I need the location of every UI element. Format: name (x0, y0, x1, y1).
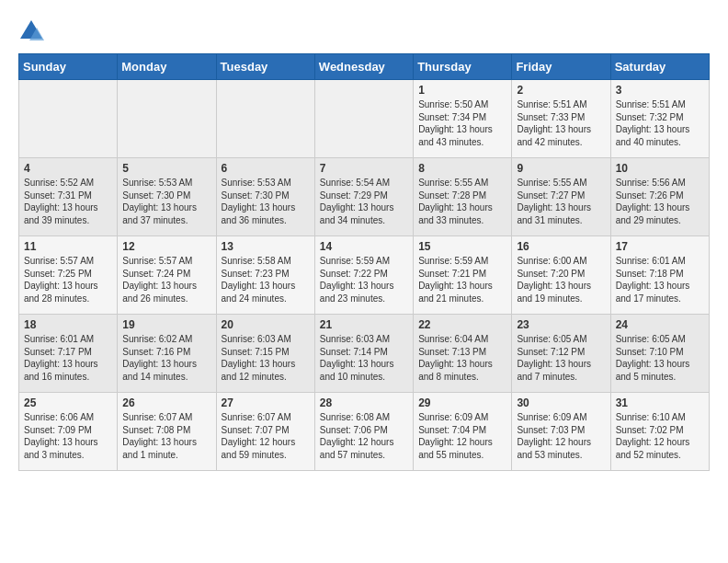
cell-content: Sunrise: 5:56 AM Sunset: 7:26 PM Dayligh… (616, 177, 704, 226)
logo-icon (18, 18, 44, 44)
weekday-header-monday: Monday (118, 54, 216, 80)
cell-content: Sunrise: 6:04 AM Sunset: 7:13 PM Dayligh… (418, 333, 506, 383)
day-number: 30 (517, 396, 605, 409)
day-number: 5 (122, 162, 210, 175)
cell-content: Sunrise: 5:58 AM Sunset: 7:23 PM Dayligh… (222, 255, 310, 304)
calendar-cell: 9Sunrise: 5:55 AM Sunset: 7:27 PM Daylig… (512, 158, 610, 236)
cell-content: Sunrise: 5:53 AM Sunset: 7:30 PM Dayligh… (122, 177, 210, 226)
calendar-cell: 7Sunrise: 5:54 AM Sunset: 7:29 PM Daylig… (314, 158, 413, 236)
calendar-cell: 12Sunrise: 5:57 AM Sunset: 7:24 PM Dayli… (118, 236, 216, 315)
cell-content: Sunrise: 5:50 AM Sunset: 7:34 PM Dayligh… (418, 98, 506, 148)
cell-content: Sunrise: 6:03 AM Sunset: 7:14 PM Dayligh… (320, 333, 408, 383)
calendar-cell: 8Sunrise: 5:55 AM Sunset: 7:28 PM Daylig… (414, 158, 512, 236)
calendar-cell: 14Sunrise: 5:59 AM Sunset: 7:22 PM Dayli… (314, 236, 413, 315)
calendar-cell: 21Sunrise: 6:03 AM Sunset: 7:14 PM Dayli… (314, 315, 413, 393)
calendar-body: 1Sunrise: 5:50 AM Sunset: 7:34 PM Daylig… (19, 80, 710, 471)
calendar-cell: 28Sunrise: 6:08 AM Sunset: 7:06 PM Dayli… (314, 393, 413, 471)
cell-content: Sunrise: 6:01 AM Sunset: 7:18 PM Dayligh… (616, 255, 704, 304)
day-number: 4 (24, 162, 112, 175)
calendar-cell (19, 80, 118, 158)
day-number: 8 (418, 162, 506, 175)
calendar-cell: 18Sunrise: 6:01 AM Sunset: 7:17 PM Dayli… (19, 315, 118, 393)
day-number: 24 (616, 318, 704, 331)
calendar-cell: 6Sunrise: 5:53 AM Sunset: 7:30 PM Daylig… (216, 158, 314, 236)
weekday-header-sunday: Sunday (19, 54, 118, 80)
cell-content: Sunrise: 6:07 AM Sunset: 7:08 PM Dayligh… (122, 411, 210, 461)
calendar-cell: 15Sunrise: 5:59 AM Sunset: 7:21 PM Dayli… (414, 236, 512, 315)
calendar-week-row: 11Sunrise: 5:57 AM Sunset: 7:25 PM Dayli… (19, 236, 710, 315)
cell-content: Sunrise: 6:09 AM Sunset: 7:03 PM Dayligh… (517, 411, 605, 461)
calendar-cell: 27Sunrise: 6:07 AM Sunset: 7:07 PM Dayli… (216, 393, 314, 471)
calendar-cell: 2Sunrise: 5:51 AM Sunset: 7:33 PM Daylig… (512, 80, 610, 158)
day-number: 9 (517, 162, 605, 175)
calendar-header: SundayMondayTuesdayWednesdayThursdayFrid… (19, 54, 710, 80)
cell-content: Sunrise: 5:57 AM Sunset: 7:25 PM Dayligh… (24, 255, 112, 304)
cell-content: Sunrise: 5:59 AM Sunset: 7:21 PM Dayligh… (418, 255, 506, 304)
calendar-cell: 17Sunrise: 6:01 AM Sunset: 7:18 PM Dayli… (610, 236, 709, 315)
day-number: 11 (24, 240, 112, 253)
cell-content: Sunrise: 5:51 AM Sunset: 7:32 PM Dayligh… (616, 98, 704, 148)
calendar-cell: 29Sunrise: 6:09 AM Sunset: 7:04 PM Dayli… (414, 393, 512, 471)
calendar-week-row: 4Sunrise: 5:52 AM Sunset: 7:31 PM Daylig… (19, 158, 710, 236)
calendar-table: SundayMondayTuesdayWednesdayThursdayFrid… (18, 53, 710, 471)
calendar-week-row: 18Sunrise: 6:01 AM Sunset: 7:17 PM Dayli… (19, 315, 710, 393)
calendar-cell: 4Sunrise: 5:52 AM Sunset: 7:31 PM Daylig… (19, 158, 118, 236)
cell-content: Sunrise: 5:59 AM Sunset: 7:22 PM Dayligh… (320, 255, 408, 304)
calendar-cell (314, 80, 413, 158)
day-number: 20 (222, 318, 310, 331)
header (18, 18, 710, 44)
logo (18, 18, 48, 44)
cell-content: Sunrise: 5:54 AM Sunset: 7:29 PM Dayligh… (320, 177, 408, 226)
day-number: 22 (418, 318, 506, 331)
day-number: 2 (517, 84, 605, 97)
calendar-cell: 30Sunrise: 6:09 AM Sunset: 7:03 PM Dayli… (512, 393, 610, 471)
cell-content: Sunrise: 5:55 AM Sunset: 7:28 PM Dayligh… (418, 177, 506, 226)
day-number: 21 (320, 318, 408, 331)
day-number: 13 (222, 240, 310, 253)
calendar-cell: 13Sunrise: 5:58 AM Sunset: 7:23 PM Dayli… (216, 236, 314, 315)
calendar-cell: 10Sunrise: 5:56 AM Sunset: 7:26 PM Dayli… (610, 158, 709, 236)
calendar-cell (118, 80, 216, 158)
calendar-cell: 23Sunrise: 6:05 AM Sunset: 7:12 PM Dayli… (512, 315, 610, 393)
cell-content: Sunrise: 6:03 AM Sunset: 7:15 PM Dayligh… (222, 333, 310, 383)
weekday-header-saturday: Saturday (610, 54, 709, 80)
day-number: 14 (320, 240, 408, 253)
calendar-cell: 1Sunrise: 5:50 AM Sunset: 7:34 PM Daylig… (414, 80, 512, 158)
calendar-cell: 19Sunrise: 6:02 AM Sunset: 7:16 PM Dayli… (118, 315, 216, 393)
cell-content: Sunrise: 5:53 AM Sunset: 7:30 PM Dayligh… (222, 177, 310, 226)
calendar-cell: 25Sunrise: 6:06 AM Sunset: 7:09 PM Dayli… (19, 393, 118, 471)
day-number: 27 (222, 396, 310, 409)
calendar-cell: 22Sunrise: 6:04 AM Sunset: 7:13 PM Dayli… (414, 315, 512, 393)
day-number: 1 (418, 84, 506, 97)
calendar-cell: 3Sunrise: 5:51 AM Sunset: 7:32 PM Daylig… (610, 80, 709, 158)
day-number: 6 (222, 162, 310, 175)
weekday-header-thursday: Thursday (414, 54, 512, 80)
cell-content: Sunrise: 6:07 AM Sunset: 7:07 PM Dayligh… (222, 411, 310, 461)
day-number: 23 (517, 318, 605, 331)
calendar-cell: 26Sunrise: 6:07 AM Sunset: 7:08 PM Dayli… (118, 393, 216, 471)
day-number: 25 (24, 396, 112, 409)
cell-content: Sunrise: 5:55 AM Sunset: 7:27 PM Dayligh… (517, 177, 605, 226)
day-number: 17 (616, 240, 704, 253)
day-number: 18 (24, 318, 112, 331)
cell-content: Sunrise: 6:00 AM Sunset: 7:20 PM Dayligh… (517, 255, 605, 304)
calendar-cell: 16Sunrise: 6:00 AM Sunset: 7:20 PM Dayli… (512, 236, 610, 315)
cell-content: Sunrise: 6:08 AM Sunset: 7:06 PM Dayligh… (320, 411, 408, 461)
cell-content: Sunrise: 6:02 AM Sunset: 7:16 PM Dayligh… (122, 333, 210, 383)
calendar-cell: 11Sunrise: 5:57 AM Sunset: 7:25 PM Dayli… (19, 236, 118, 315)
day-number: 10 (616, 162, 704, 175)
cell-content: Sunrise: 6:05 AM Sunset: 7:12 PM Dayligh… (517, 333, 605, 383)
cell-content: Sunrise: 6:01 AM Sunset: 7:17 PM Dayligh… (24, 333, 112, 383)
weekday-header-wednesday: Wednesday (314, 54, 413, 80)
cell-content: Sunrise: 5:52 AM Sunset: 7:31 PM Dayligh… (24, 177, 112, 226)
day-number: 31 (616, 396, 704, 409)
day-number: 7 (320, 162, 408, 175)
weekday-header-tuesday: Tuesday (216, 54, 314, 80)
calendar-cell: 20Sunrise: 6:03 AM Sunset: 7:15 PM Dayli… (216, 315, 314, 393)
day-number: 15 (418, 240, 506, 253)
calendar-cell (216, 80, 314, 158)
day-number: 29 (418, 396, 506, 409)
calendar-week-row: 25Sunrise: 6:06 AM Sunset: 7:09 PM Dayli… (19, 393, 710, 471)
cell-content: Sunrise: 5:57 AM Sunset: 7:24 PM Dayligh… (122, 255, 210, 304)
cell-content: Sunrise: 5:51 AM Sunset: 7:33 PM Dayligh… (517, 98, 605, 148)
